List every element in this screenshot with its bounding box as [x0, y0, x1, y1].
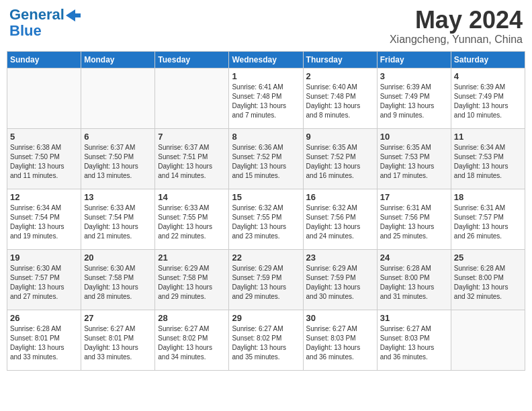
calendar-cell: 31Sunrise: 6:27 AM Sunset: 8:03 PM Dayli…	[377, 310, 451, 370]
calendar-cell: 18Sunrise: 6:31 AM Sunset: 7:57 PM Dayli…	[451, 189, 525, 249]
calendar-cell: 10Sunrise: 6:35 AM Sunset: 7:53 PM Dayli…	[377, 128, 451, 189]
day-number: 29	[232, 313, 300, 323]
cell-text: Sunrise: 6:35 AM Sunset: 7:52 PM Dayligh…	[306, 143, 374, 181]
cell-text: Sunrise: 6:36 AM Sunset: 7:52 PM Dayligh…	[232, 143, 300, 181]
header-cell-thursday: Thursday	[303, 51, 377, 68]
week-row-4: 19Sunrise: 6:30 AM Sunset: 7:57 PM Dayli…	[7, 249, 525, 310]
calendar-cell: 15Sunrise: 6:32 AM Sunset: 7:55 PM Dayli…	[229, 189, 303, 249]
calendar-cell	[81, 68, 155, 128]
page-header: General Blue May 2024 Xiangcheng, Yunnan…	[7, 7, 525, 46]
header-cell-sunday: Sunday	[7, 51, 81, 68]
calendar-cell: 11Sunrise: 6:34 AM Sunset: 7:53 PM Dayli…	[451, 128, 525, 189]
cell-text: Sunrise: 6:34 AM Sunset: 7:54 PM Dayligh…	[10, 203, 78, 241]
cell-text: Sunrise: 6:35 AM Sunset: 7:53 PM Dayligh…	[380, 143, 448, 181]
cell-text: Sunrise: 6:29 AM Sunset: 7:58 PM Dayligh…	[158, 264, 226, 302]
day-number: 26	[10, 313, 78, 323]
week-row-1: 1Sunrise: 6:41 AM Sunset: 7:48 PM Daylig…	[7, 68, 525, 128]
header-cell-monday: Monday	[81, 51, 155, 68]
cell-text: Sunrise: 6:28 AM Sunset: 8:01 PM Dayligh…	[10, 324, 78, 362]
calendar-cell: 8Sunrise: 6:36 AM Sunset: 7:52 PM Daylig…	[229, 128, 303, 189]
day-number: 9	[306, 132, 374, 142]
calendar-cell: 3Sunrise: 6:39 AM Sunset: 7:49 PM Daylig…	[377, 68, 451, 128]
calendar-cell: 12Sunrise: 6:34 AM Sunset: 7:54 PM Dayli…	[7, 189, 81, 249]
cell-text: Sunrise: 6:34 AM Sunset: 7:53 PM Dayligh…	[454, 143, 522, 181]
cell-text: Sunrise: 6:30 AM Sunset: 7:57 PM Dayligh…	[10, 264, 78, 302]
calendar-header: SundayMondayTuesdayWednesdayThursdayFrid…	[7, 51, 525, 68]
cell-text: Sunrise: 6:37 AM Sunset: 7:50 PM Dayligh…	[84, 143, 152, 181]
calendar-cell: 5Sunrise: 6:38 AM Sunset: 7:50 PM Daylig…	[7, 128, 81, 189]
calendar-cell: 4Sunrise: 6:39 AM Sunset: 7:49 PM Daylig…	[451, 68, 525, 128]
cell-text: Sunrise: 6:27 AM Sunset: 8:03 PM Dayligh…	[306, 324, 374, 362]
header-cell-saturday: Saturday	[451, 51, 525, 68]
calendar-cell: 1Sunrise: 6:41 AM Sunset: 7:48 PM Daylig…	[229, 68, 303, 128]
calendar-cell: 9Sunrise: 6:35 AM Sunset: 7:52 PM Daylig…	[303, 128, 377, 189]
day-number: 3	[380, 71, 448, 81]
cell-text: Sunrise: 6:29 AM Sunset: 7:59 PM Dayligh…	[306, 264, 374, 302]
calendar-cell: 29Sunrise: 6:27 AM Sunset: 8:02 PM Dayli…	[229, 310, 303, 370]
location: Xiangcheng, Yunnan, China	[390, 34, 523, 46]
calendar-table: SundayMondayTuesdayWednesdayThursdayFrid…	[7, 51, 525, 371]
day-number: 20	[84, 253, 152, 263]
cell-text: Sunrise: 6:33 AM Sunset: 7:54 PM Dayligh…	[84, 203, 152, 241]
day-number: 5	[10, 132, 78, 142]
day-number: 16	[306, 192, 374, 202]
day-number: 10	[380, 132, 448, 142]
title-block: May 2024 Xiangcheng, Yunnan, China	[390, 7, 523, 46]
calendar-cell: 26Sunrise: 6:28 AM Sunset: 8:01 PM Dayli…	[7, 310, 81, 370]
calendar-cell: 27Sunrise: 6:27 AM Sunset: 8:01 PM Dayli…	[81, 310, 155, 370]
logo-arrow-icon	[66, 9, 81, 21]
calendar-cell: 21Sunrise: 6:29 AM Sunset: 7:58 PM Dayli…	[155, 249, 229, 310]
cell-text: Sunrise: 6:31 AM Sunset: 7:57 PM Dayligh…	[454, 203, 522, 241]
week-row-5: 26Sunrise: 6:28 AM Sunset: 8:01 PM Dayli…	[7, 310, 525, 370]
cell-text: Sunrise: 6:27 AM Sunset: 8:02 PM Dayligh…	[232, 324, 300, 362]
svg-marker-0	[66, 9, 81, 21]
logo: General Blue	[9, 7, 81, 39]
header-cell-tuesday: Tuesday	[155, 51, 229, 68]
day-number: 25	[454, 253, 522, 263]
month-year: May 2024	[390, 7, 523, 34]
day-number: 2	[306, 71, 374, 81]
header-cell-wednesday: Wednesday	[229, 51, 303, 68]
calendar-cell	[7, 68, 81, 128]
cell-text: Sunrise: 6:31 AM Sunset: 7:56 PM Dayligh…	[380, 203, 448, 241]
day-number: 17	[380, 192, 448, 202]
week-row-2: 5Sunrise: 6:38 AM Sunset: 7:50 PM Daylig…	[7, 128, 525, 189]
calendar-body: 1Sunrise: 6:41 AM Sunset: 7:48 PM Daylig…	[7, 68, 525, 370]
cell-text: Sunrise: 6:37 AM Sunset: 7:51 PM Dayligh…	[158, 143, 226, 181]
day-number: 14	[158, 192, 226, 202]
calendar-cell: 30Sunrise: 6:27 AM Sunset: 8:03 PM Dayli…	[303, 310, 377, 370]
calendar-cell: 7Sunrise: 6:37 AM Sunset: 7:51 PM Daylig…	[155, 128, 229, 189]
header-row: SundayMondayTuesdayWednesdayThursdayFrid…	[7, 51, 525, 68]
calendar-cell: 16Sunrise: 6:32 AM Sunset: 7:56 PM Dayli…	[303, 189, 377, 249]
day-number: 8	[232, 132, 300, 142]
calendar-cell: 23Sunrise: 6:29 AM Sunset: 7:59 PM Dayli…	[303, 249, 377, 310]
cell-text: Sunrise: 6:27 AM Sunset: 8:03 PM Dayligh…	[380, 324, 448, 362]
day-number: 22	[232, 253, 300, 263]
day-number: 13	[84, 192, 152, 202]
cell-text: Sunrise: 6:39 AM Sunset: 7:49 PM Dayligh…	[380, 83, 448, 120]
calendar-cell: 2Sunrise: 6:40 AM Sunset: 7:48 PM Daylig…	[303, 68, 377, 128]
day-number: 28	[158, 313, 226, 323]
calendar-cell	[155, 68, 229, 128]
day-number: 11	[454, 132, 522, 142]
cell-text: Sunrise: 6:27 AM Sunset: 8:01 PM Dayligh…	[84, 324, 152, 362]
logo-blue-text: Blue	[9, 23, 42, 39]
day-number: 30	[306, 313, 374, 323]
logo-text: General	[9, 7, 64, 23]
cell-text: Sunrise: 6:32 AM Sunset: 7:55 PM Dayligh…	[232, 203, 300, 241]
day-number: 19	[10, 253, 78, 263]
cell-text: Sunrise: 6:40 AM Sunset: 7:48 PM Dayligh…	[306, 83, 374, 120]
cell-text: Sunrise: 6:27 AM Sunset: 8:02 PM Dayligh…	[158, 324, 226, 362]
calendar-cell: 19Sunrise: 6:30 AM Sunset: 7:57 PM Dayli…	[7, 249, 81, 310]
week-row-3: 12Sunrise: 6:34 AM Sunset: 7:54 PM Dayli…	[7, 189, 525, 249]
day-number: 7	[158, 132, 226, 142]
day-number: 21	[158, 253, 226, 263]
header-cell-friday: Friday	[377, 51, 451, 68]
cell-text: Sunrise: 6:28 AM Sunset: 8:00 PM Dayligh…	[454, 264, 522, 302]
day-number: 27	[84, 313, 152, 323]
day-number: 31	[380, 313, 448, 323]
cell-text: Sunrise: 6:41 AM Sunset: 7:48 PM Dayligh…	[232, 83, 300, 120]
cell-text: Sunrise: 6:30 AM Sunset: 7:58 PM Dayligh…	[84, 264, 152, 302]
cell-text: Sunrise: 6:29 AM Sunset: 7:59 PM Dayligh…	[232, 264, 300, 302]
day-number: 24	[380, 253, 448, 263]
